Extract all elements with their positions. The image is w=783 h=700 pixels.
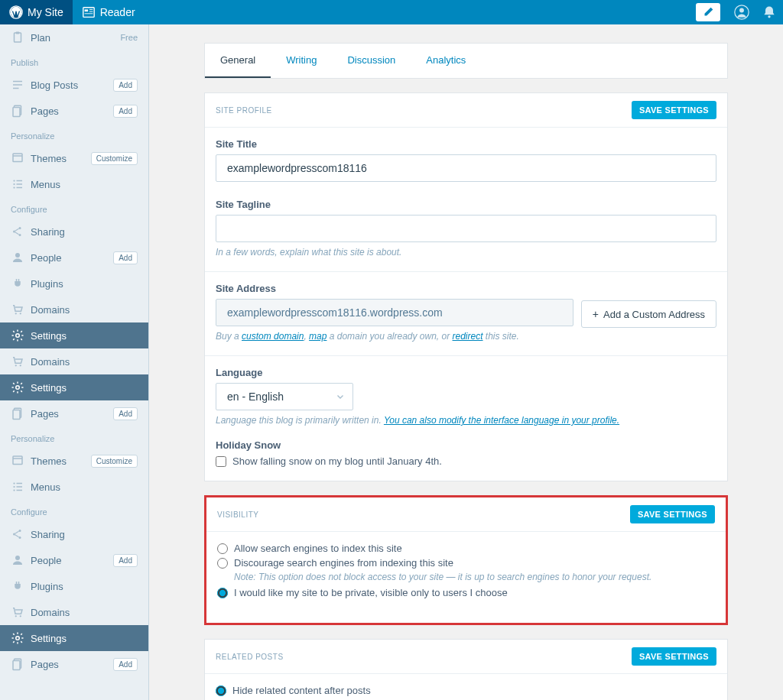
- sidebar-heading-configure: Configure: [0, 500, 148, 521]
- sidebar-item-plan[interactable]: Plan Free: [0, 24, 148, 50]
- language-label: Language: [216, 367, 716, 378]
- redirect-link[interactable]: redirect: [453, 331, 483, 342]
- sidebar-item-settings[interactable]: Settings: [0, 322, 148, 348]
- sidebar-add-button[interactable]: Add: [113, 407, 138, 420]
- visibility-private-radio[interactable]: [217, 588, 228, 598]
- sidebar-item-label: Menus: [31, 179, 138, 190]
- sidebar-item-settings[interactable]: Settings: [0, 625, 148, 651]
- sidebar-item-pages[interactable]: Pages Add: [0, 651, 148, 677]
- sidebar-item-label: Menus: [31, 481, 138, 493]
- site-address-help: Buy a custom domain, map a domain you al…: [216, 331, 716, 342]
- plus-icon: +: [593, 308, 599, 320]
- tab-analytics[interactable]: Analytics: [411, 44, 481, 78]
- sidebar-add-button[interactable]: Add: [113, 554, 138, 567]
- site-address-label: Site Address: [216, 283, 716, 294]
- svg-rect-38: [13, 456, 22, 465]
- sidebar-item-sharing[interactable]: Sharing: [0, 521, 148, 547]
- related-hide-label[interactable]: Hide related content after posts: [232, 685, 371, 696]
- svg-rect-10: [16, 32, 20, 34]
- masterbar-my-site[interactable]: My Site: [0, 0, 73, 24]
- plugin-icon: [11, 277, 24, 290]
- site-tagline-input[interactable]: [216, 215, 716, 242]
- menus-icon: [11, 480, 24, 494]
- visibility-allow-radio[interactable]: [217, 543, 228, 554]
- save-settings-button[interactable]: SAVE SETTINGS: [632, 101, 716, 119]
- person-icon: [11, 251, 24, 264]
- sidebar-item-domains[interactable]: Domains: [0, 297, 148, 322]
- svg-point-47: [19, 530, 21, 532]
- content-area: General Writing Discussion Analytics SIT…: [149, 24, 783, 700]
- sidebar-item-pages[interactable]: Pages Add: [0, 400, 148, 426]
- sidebar-item-label: Blog Posts: [31, 79, 113, 91]
- svg-point-34: [20, 365, 21, 366]
- svg-rect-9: [15, 33, 21, 42]
- masterbar-notifications[interactable]: [755, 0, 783, 24]
- visibility-discourage-radio[interactable]: [217, 558, 228, 569]
- sidebar-item-menus[interactable]: Menus: [0, 474, 148, 500]
- snow-checkbox[interactable]: [216, 456, 226, 467]
- sidebar: Plan Free Publish Blog Posts Add Pages A…: [0, 24, 149, 700]
- svg-line-28: [15, 232, 19, 235]
- posts-icon: [11, 78, 24, 92]
- snow-checkbox-label[interactable]: Show falling snow on my blog until Janua…: [232, 455, 442, 467]
- sidebar-customize-button[interactable]: Customize: [91, 455, 138, 468]
- sidebar-add-button[interactable]: Add: [113, 251, 138, 264]
- save-settings-button[interactable]: SAVE SETTINGS: [630, 505, 715, 523]
- map-domain-link[interactable]: map: [309, 331, 327, 342]
- themes-icon: [11, 151, 24, 165]
- add-custom-address-button[interactable]: +Add a Custom Address: [581, 300, 716, 328]
- svg-point-32: [16, 334, 20, 338]
- sidebar-item-themes[interactable]: Themes Customize: [0, 145, 148, 171]
- sidebar-item-themes[interactable]: Themes Customize: [0, 448, 148, 474]
- sidebar-customize-button[interactable]: Customize: [91, 152, 138, 165]
- site-title-input[interactable]: [216, 154, 716, 182]
- visibility-discourage-label[interactable]: Discourage search engines from indexing …: [234, 557, 453, 569]
- add-custom-address-label: Add a Custom Address: [603, 309, 705, 320]
- custom-domain-link[interactable]: custom domain: [242, 331, 304, 342]
- site-tagline-label: Site Tagline: [216, 199, 716, 210]
- tab-discussion[interactable]: Discussion: [332, 44, 411, 78]
- sidebar-item-pages[interactable]: Pages Add: [0, 98, 148, 124]
- sidebar-add-button[interactable]: Add: [113, 105, 138, 118]
- svg-point-51: [15, 556, 20, 560]
- sidebar-item-label: Sharing: [31, 529, 138, 540]
- sidebar-item-plugins[interactable]: Plugins: [0, 271, 148, 297]
- svg-point-52: [15, 615, 17, 617]
- sidebar-item-label: Themes: [31, 153, 91, 164]
- interface-language-link[interactable]: You can also modify the interface langua…: [384, 415, 619, 426]
- cart-icon: [11, 605, 24, 619]
- related-hide-radio[interactable]: [216, 685, 226, 696]
- person-icon: [11, 553, 24, 567]
- visibility-private-label[interactable]: I would like my site to be private, visi…: [234, 587, 508, 598]
- svg-point-8: [768, 15, 770, 18]
- sidebar-item-people[interactable]: People Add: [0, 547, 148, 573]
- sidebar-item-plugins[interactable]: Plugins: [0, 573, 148, 599]
- save-settings-button[interactable]: SAVE SETTINGS: [632, 647, 716, 666]
- sidebar-add-button[interactable]: Add: [113, 79, 138, 92]
- language-select[interactable]: [216, 383, 353, 410]
- sidebar-item-domains[interactable]: Domains: [0, 348, 148, 374]
- clipboard-icon: [11, 31, 24, 44]
- svg-rect-1: [83, 8, 93, 18]
- write-button[interactable]: [696, 3, 720, 21]
- sidebar-item-sharing[interactable]: Sharing: [0, 219, 148, 245]
- sidebar-item-settings[interactable]: Settings: [0, 374, 148, 400]
- visibility-allow-label[interactable]: Allow search engines to index this site: [234, 543, 402, 554]
- sidebar-item-label: Settings: [31, 382, 138, 394]
- sidebar-item-label: Pages: [31, 105, 113, 117]
- tab-writing[interactable]: Writing: [271, 44, 332, 78]
- sidebar-item-people[interactable]: People Add: [0, 245, 148, 271]
- sidebar-item-domains[interactable]: Domains: [0, 599, 148, 625]
- masterbar-reader-label: Reader: [100, 6, 135, 18]
- sidebar-item-menus[interactable]: Menus: [0, 171, 148, 197]
- sidebar-item-label: Domains: [31, 356, 138, 368]
- masterbar-avatar[interactable]: [728, 0, 755, 24]
- masterbar-reader[interactable]: Reader: [73, 0, 145, 24]
- sidebar-item-blog-posts[interactable]: Blog Posts Add: [0, 72, 148, 98]
- sidebar-add-button[interactable]: Add: [113, 658, 138, 671]
- tab-general[interactable]: General: [205, 44, 271, 78]
- reader-icon: [82, 5, 96, 19]
- masterbar: My Site Reader: [0, 0, 783, 24]
- visibility-card: VISIBILITY SAVE SETTINGS Allow search en…: [204, 495, 728, 625]
- pages-icon: [11, 104, 24, 118]
